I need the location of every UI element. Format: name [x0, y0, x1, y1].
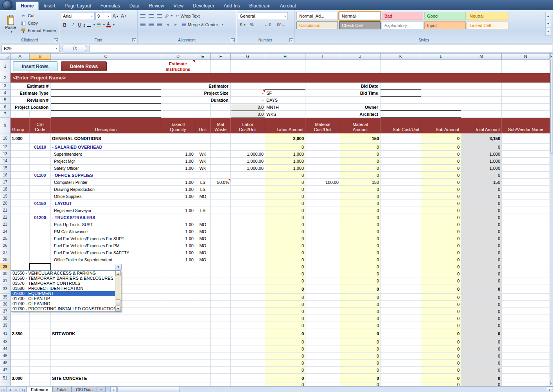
- row-header-45[interactable]: 45: [0, 352, 11, 360]
- row-header-24[interactable]: 24: [0, 228, 11, 235]
- insert-function-button[interactable]: ƒx: [62, 45, 87, 52]
- increase-decimal-button[interactable]: ←.0: [262, 21, 273, 28]
- cell-N24[interactable]: [502, 228, 550, 235]
- cell-D29[interactable]: [161, 263, 195, 270]
- cell-K21[interactable]: [381, 207, 421, 214]
- col-header-I[interactable]: I: [305, 54, 340, 60]
- cell-E23[interactable]: MO: [195, 221, 211, 228]
- cell-J13[interactable]: 0: [340, 151, 381, 158]
- cell-K39[interactable]: [381, 322, 421, 329]
- cell-A13[interactable]: [11, 151, 30, 158]
- cell-J21[interactable]: 0: [340, 207, 381, 214]
- cell-N23[interactable]: [502, 221, 550, 228]
- cell-K51[interactable]: [381, 374, 421, 383]
- cell-C15[interactable]: Safety Officer: [51, 165, 161, 172]
- row-header-1[interactable]: 1: [0, 60, 11, 73]
- cell-G22[interactable]: [231, 214, 265, 221]
- dropdown-item-01560[interactable]: 01560 - TEMPORARY BARRIERS & ENCLOSURES: [11, 276, 115, 281]
- cell-A12[interactable]: [11, 144, 30, 151]
- cell-I9[interactable]: Material Cost/Unit: [305, 118, 340, 133]
- cell-E29[interactable]: [195, 263, 211, 270]
- row-header-12[interactable]: 12: [0, 144, 11, 151]
- cell-D35[interactable]: [161, 294, 195, 301]
- cell-F7[interactable]: [211, 111, 231, 118]
- cell-I36[interactable]: [305, 301, 340, 308]
- cell-B41[interactable]: [30, 329, 51, 338]
- cell-G16[interactable]: [231, 172, 265, 179]
- cell-L18[interactable]: 0: [421, 186, 461, 193]
- cell-B38[interactable]: [30, 315, 51, 322]
- cell-F10[interactable]: [211, 133, 231, 144]
- cell-A41[interactable]: 2.350: [11, 329, 30, 338]
- scrollbar-thumb[interactable]: [550, 60, 553, 154]
- cell-N12[interactable]: [502, 144, 550, 151]
- cell-K16[interactable]: [381, 172, 421, 179]
- cell-K29[interactable]: [381, 263, 421, 270]
- cell-G33[interactable]: [231, 284, 265, 294]
- font-dialog-launcher-icon[interactable]: ↘: [132, 38, 136, 42]
- cell-G44[interactable]: [231, 345, 265, 352]
- cell-J27[interactable]: 0: [340, 249, 381, 256]
- cell-H3[interactable]: [265, 83, 305, 90]
- cell-K33[interactable]: [381, 284, 421, 294]
- cell-I24[interactable]: [305, 228, 340, 235]
- cell-dropdown-button[interactable]: ▼: [115, 264, 122, 270]
- scroll-left-icon[interactable]: ◄: [110, 387, 117, 392]
- cell-L13[interactable]: 0: [421, 151, 461, 158]
- cell-K30[interactable]: [381, 270, 421, 277]
- cell-H28[interactable]: 0: [265, 256, 305, 263]
- cell-D45[interactable]: [161, 352, 195, 360]
- cell-F30[interactable]: [211, 270, 231, 277]
- scroll-right-icon[interactable]: ►: [547, 387, 553, 392]
- cell-G19[interactable]: [231, 193, 265, 200]
- cell-D31[interactable]: [161, 277, 195, 284]
- cell-D19[interactable]: 1.00: [161, 193, 195, 200]
- align-bottom-button[interactable]: [156, 12, 163, 20]
- cell-I47[interactable]: [305, 367, 340, 374]
- cell-E43[interactable]: [195, 338, 211, 345]
- cell-N51[interactable]: [502, 374, 550, 383]
- ribbon-tab-formulas[interactable]: Formulas: [96, 2, 125, 10]
- cell-E3[interactable]: Estimator: [195, 83, 231, 90]
- cell-C44[interactable]: [51, 345, 161, 352]
- style-chip-bad[interactable]: Bad: [382, 12, 423, 20]
- cell-N27[interactable]: [502, 249, 550, 256]
- cell-G47[interactable]: [231, 367, 265, 374]
- sheet-tab-csi-data[interactable]: CSI Data: [72, 387, 97, 392]
- cell-F17[interactable]: 50.0%: [211, 179, 231, 186]
- cell-L28[interactable]: 0: [421, 256, 461, 263]
- ribbon-tab-insert[interactable]: Insert: [39, 2, 60, 10]
- cell-B19[interactable]: [30, 193, 51, 200]
- cell-E1[interactable]: [195, 60, 211, 73]
- cell-I16[interactable]: [305, 172, 340, 179]
- cell-I6[interactable]: Owner: [305, 104, 381, 111]
- cell-A28[interactable]: [11, 256, 30, 263]
- cell-E30[interactable]: [195, 270, 211, 277]
- cell-K20[interactable]: [381, 200, 421, 207]
- cell-L21[interactable]: 0: [421, 207, 461, 214]
- cell-G35[interactable]: [231, 294, 265, 301]
- cell-E13[interactable]: WK: [195, 151, 211, 158]
- cell-H45[interactable]: 0: [265, 352, 305, 360]
- cell-L9[interactable]: Sub Amount: [421, 118, 461, 133]
- cell-I7[interactable]: Architect: [305, 111, 381, 118]
- cell-J43[interactable]: 0: [340, 338, 381, 345]
- grow-font-button[interactable]: A▲: [112, 13, 119, 20]
- cell-C47[interactable]: [51, 367, 161, 374]
- cell-E20[interactable]: [195, 200, 211, 207]
- cell-J20[interactable]: 0: [340, 200, 381, 207]
- cell-J30[interactable]: 0: [340, 270, 381, 277]
- cell-M51[interactable]: 0: [461, 374, 502, 383]
- scroll-down-icon[interactable]: ▼: [550, 381, 553, 385]
- cell-J31[interactable]: 0: [340, 277, 381, 284]
- cell-M17[interactable]: 150: [461, 179, 502, 186]
- cell-C4[interactable]: [51, 90, 161, 97]
- row-header-36[interactable]: 36: [0, 301, 11, 308]
- cell-L23[interactable]: 0: [421, 221, 461, 228]
- cell-C14[interactable]: Project Mgr: [51, 158, 161, 165]
- row-header-22[interactable]: 22: [0, 214, 11, 221]
- cell-D12[interactable]: [161, 144, 195, 151]
- cell-E10[interactable]: [195, 133, 211, 144]
- cell-G5[interactable]: -: [231, 97, 265, 104]
- cell-F38[interactable]: [211, 315, 231, 322]
